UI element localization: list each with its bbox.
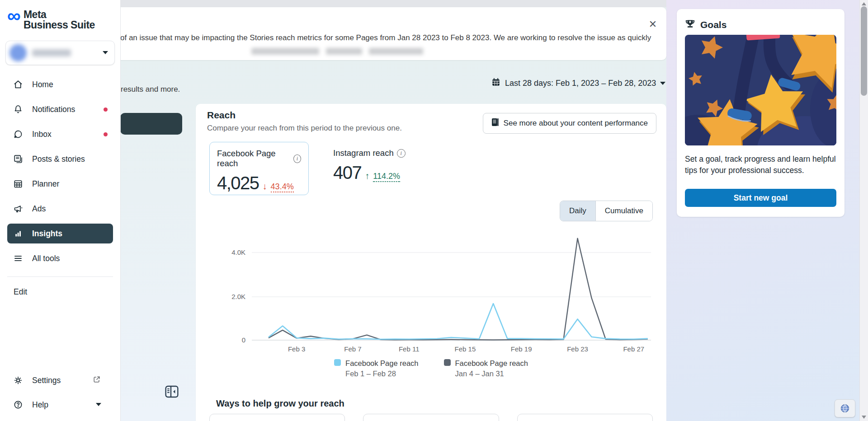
instagram-reach-delta: 114.2%: [373, 172, 400, 182]
report-icon: [491, 118, 499, 129]
y-tick-2k: 2.0K: [231, 293, 245, 300]
facebook-reach-value: 4,025: [217, 173, 259, 193]
home-icon: [13, 79, 24, 90]
sidebar-item-home[interactable]: Home: [7, 75, 113, 94]
y-tick-0: 0: [242, 336, 245, 344]
blurred-text-bar: [251, 48, 319, 55]
arrow-up-icon: ↑: [365, 171, 369, 181]
see-more-button[interactable]: See more about your content performance: [483, 113, 656, 134]
notification-badge: [104, 132, 108, 136]
goals-panel: Goals: [677, 9, 844, 217]
menu-icon: [13, 253, 24, 264]
svg-text:Feb 19: Feb 19: [511, 345, 532, 353]
instagram-reach-value: 407: [333, 163, 361, 183]
tab-daily[interactable]: Daily: [560, 201, 595, 221]
sidebar-item-ads[interactable]: Ads: [7, 199, 113, 219]
info-icon[interactable]: i: [397, 149, 406, 158]
chevron-down-icon: [103, 51, 108, 54]
legend-swatch-current: [334, 359, 341, 366]
tab-cumulative[interactable]: Cumulative: [595, 201, 652, 221]
svg-text:Feb 7: Feb 7: [344, 345, 361, 353]
goals-description: Set a goal, track progress and learn hel…: [685, 154, 837, 177]
calendar-icon: [491, 77, 501, 89]
svg-text:Feb 23: Feb 23: [567, 345, 588, 353]
reach-card: Reach Compare your reach from this perio…: [196, 104, 666, 421]
arrow-down-icon: ↓: [263, 181, 267, 192]
avatar: [9, 44, 27, 61]
ways-card[interactable]: [517, 414, 653, 421]
info-icon[interactable]: i: [293, 154, 301, 163]
calendar-grid-icon: [13, 178, 24, 189]
external-link-icon: [92, 375, 101, 386]
sidebar-item-notifications[interactable]: Notifications: [7, 99, 113, 119]
sidebar-item-help[interactable]: Help: [7, 395, 113, 415]
collapse-sidebar-button[interactable]: [164, 384, 182, 401]
ways-to-grow-title: Ways to help grow your reach: [216, 398, 344, 409]
reach-chart: 4.0K 2.0K 0 Feb 3Feb 7Feb 11Feb 15Feb 19…: [196, 234, 666, 360]
legend-item-current[interactable]: Facebook Page reach Feb 1 – Feb 28: [334, 358, 418, 378]
instagram-reach-metric[interactable]: Instagram reach i 407 ↑ 114.2%: [326, 142, 430, 195]
legend-item-previous[interactable]: Facebook Page reach Jan 4 – Jan 31: [444, 358, 528, 378]
scroll-up-icon[interactable]: [862, 2, 866, 5]
chart-mode-toggle: Daily Cumulative: [560, 201, 653, 221]
meta-infinity-icon: ∞: [7, 5, 21, 30]
facebook-reach-delta: 43.4%: [271, 182, 294, 192]
sidebar-item-insights[interactable]: Insights: [7, 224, 113, 243]
date-range-text: Last 28 days: Feb 1, 2023 – Feb 28, 2023: [505, 79, 656, 88]
ways-card[interactable]: [209, 414, 345, 421]
reach-subtitle: Compare your reach from this period to t…: [207, 124, 402, 133]
close-icon[interactable]: ✕: [646, 18, 659, 31]
sidebar-item-inbox[interactable]: Inbox: [7, 124, 113, 144]
hidden-dark-button[interactable]: [120, 113, 182, 135]
notice-banner: of an issue that may be impacting the St…: [111, 7, 666, 60]
sidebar-edit-link[interactable]: Edit: [14, 287, 27, 297]
chat-bubble-icon: [13, 129, 24, 140]
sidebar-item-settings[interactable]: Settings: [7, 370, 113, 390]
blurred-text-bar: [326, 48, 362, 55]
chevron-down-icon: [96, 403, 101, 406]
globe-button[interactable]: [835, 399, 855, 417]
trophy-icon: [684, 18, 696, 32]
sidebar-item-planner[interactable]: Planner: [7, 174, 113, 194]
account-name-blurred: [32, 49, 71, 56]
scrollbar-thumb[interactable]: [861, 6, 867, 96]
sidebar: ∞ Meta Business Suite Home Notifications…: [0, 0, 121, 421]
y-tick-4k: 4.0K: [231, 248, 245, 256]
goals-illustration: [685, 35, 836, 145]
chevron-down-icon: [660, 82, 665, 85]
series-previous-period: [269, 239, 648, 340]
date-range-picker[interactable]: Last 28 days: Feb 1, 2023 – Feb 28, 2023: [491, 76, 665, 90]
help-icon: [13, 399, 24, 410]
scroll-down-icon[interactable]: [862, 416, 866, 419]
see-more-label: See more about your content performance: [504, 119, 648, 128]
sidebar-item-all-tools[interactable]: All tools: [7, 248, 113, 268]
svg-text:Feb 11: Feb 11: [399, 345, 420, 353]
account-selector[interactable]: [5, 41, 115, 65]
bell-icon: [13, 104, 24, 115]
goals-title: Goals: [700, 19, 726, 30]
meta-business-suite-logo[interactable]: ∞ Meta Business Suite: [7, 5, 95, 30]
scrollbar[interactable]: [859, 0, 868, 421]
facebook-reach-metric[interactable]: Facebook Page reach i 4,025 ↓ 43.4%: [209, 142, 309, 195]
chart-legend: Facebook Page reach Feb 1 – Feb 28 Faceb…: [196, 358, 666, 378]
legend-swatch-previous: [444, 359, 451, 366]
posts-icon: [13, 154, 24, 164]
notice-banner-text: of an issue that may be impacting the St…: [120, 33, 654, 42]
ways-card[interactable]: [363, 414, 499, 421]
top-strip: [120, 0, 666, 7]
ways-cards-row: [209, 414, 653, 421]
x-axis-labels: Feb 3Feb 7Feb 11Feb 15Feb 19Feb 23Feb 27: [288, 345, 644, 353]
series-current-period: [269, 304, 648, 339]
svg-text:Feb 27: Feb 27: [623, 345, 644, 353]
start-new-goal-button[interactable]: Start new goal: [685, 189, 836, 207]
blurred-text-bar: [369, 48, 423, 55]
instagram-reach-label: Instagram reach: [333, 148, 394, 158]
megaphone-icon: [13, 203, 24, 214]
sidebar-item-posts-stories[interactable]: Posts & stories: [7, 149, 113, 169]
gear-icon: [13, 375, 24, 386]
svg-text:Feb 3: Feb 3: [288, 345, 305, 353]
meta-business-suite-insights-page: of an issue that may be impacting the St…: [0, 0, 868, 421]
partial-description-text: results and more.: [121, 85, 180, 94]
facebook-reach-label: Facebook Page reach: [217, 149, 290, 168]
bar-chart-icon: [13, 228, 24, 239]
